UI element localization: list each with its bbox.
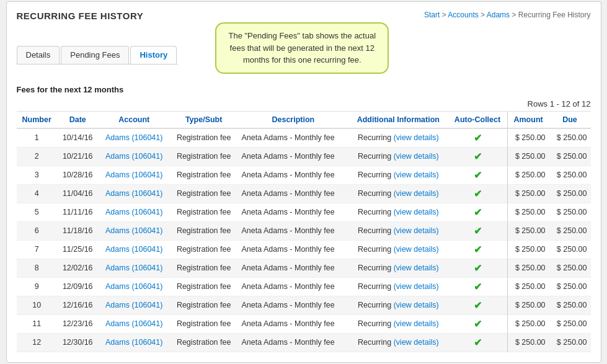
table-row: 6 11/18/16 Adams (106041) Registration f… (17, 221, 591, 240)
cell-type: Registration fee (170, 147, 238, 166)
cell-account: Adams (106041) (99, 296, 170, 314)
table-row: 5 11/11/16 Adams (106041) Registration f… (17, 203, 591, 221)
cell-additional: Recurring (view details) (348, 277, 448, 296)
cell-description: Aneta Adams - Monthly fee (238, 259, 349, 277)
table-row: 4 11/04/16 Adams (106041) Registration f… (17, 184, 591, 203)
cell-date: 12/23/16 (57, 314, 99, 333)
account-link[interactable]: Adams (106041) (105, 319, 162, 328)
cell-description: Aneta Adams - Monthly fee (238, 184, 349, 203)
view-details-link[interactable]: (view details) (394, 282, 439, 291)
cell-due: $ 250.00 (549, 147, 591, 166)
checkmark-icon: ✔ (474, 300, 482, 311)
cell-type: Registration fee (170, 166, 238, 184)
checkmark-icon: ✔ (474, 207, 482, 218)
cell-description: Aneta Adams - Monthly fee (238, 147, 349, 166)
cell-number: 5 (17, 203, 57, 221)
account-link[interactable]: Adams (106041) (105, 245, 162, 254)
col-header-amount: Amount (507, 111, 549, 128)
account-link[interactable]: Adams (106041) (105, 133, 162, 142)
view-details-link[interactable]: (view details) (394, 152, 439, 161)
account-link[interactable]: Adams (106041) (105, 152, 162, 161)
cell-description: Aneta Adams - Monthly fee (238, 296, 349, 314)
view-details-link[interactable]: (view details) (394, 226, 439, 235)
cell-amount: $ 250.00 (507, 259, 549, 277)
tab-history[interactable]: History (130, 46, 177, 64)
cell-additional: Recurring (view details) (348, 128, 448, 148)
cell-date: 11/25/16 (57, 240, 99, 259)
cell-additional: Recurring (view details) (348, 221, 448, 240)
cell-number: 12 (17, 333, 57, 352)
checkmark-icon: ✔ (474, 133, 482, 143)
cell-type: Registration fee (170, 314, 238, 333)
cell-amount: $ 250.00 (507, 184, 549, 203)
cell-description: Aneta Adams - Monthly fee (238, 128, 349, 148)
cell-amount: $ 250.00 (507, 314, 549, 333)
cell-amount: $ 250.00 (507, 221, 549, 240)
cell-due: $ 250.00 (549, 333, 591, 352)
tooltip-text: The "Pending Fees" tab shows the actual … (228, 31, 376, 64)
cell-date: 11/04/16 (57, 184, 99, 203)
cell-due: $ 250.00 (549, 259, 591, 277)
view-details-link[interactable]: (view details) (394, 264, 439, 272)
cell-date: 11/11/16 (57, 203, 99, 221)
breadcrumb-adams[interactable]: Adams (487, 11, 510, 19)
account-link[interactable]: Adams (106041) (105, 338, 162, 347)
account-link[interactable]: Adams (106041) (105, 189, 162, 198)
view-details-link[interactable]: (view details) (394, 338, 439, 347)
account-link[interactable]: Adams (106041) (105, 226, 162, 235)
view-details-link[interactable]: (view details) (394, 208, 439, 216)
cell-due: $ 250.00 (549, 128, 591, 148)
breadcrumb-accounts[interactable]: Accounts (448, 11, 478, 19)
table-row: 11 12/23/16 Adams (106041) Registration … (17, 314, 591, 333)
cell-description: Aneta Adams - Monthly fee (238, 277, 349, 296)
account-link[interactable]: Adams (106041) (105, 264, 162, 272)
page-header: RECURRING FEE HISTORY Start > Accounts >… (17, 11, 591, 21)
cell-type: Registration fee (170, 203, 238, 221)
cell-date: 10/14/16 (57, 128, 99, 148)
view-details-link[interactable]: (view details) (394, 319, 439, 328)
checkmark-icon: ✔ (474, 170, 482, 180)
view-details-link[interactable]: (view details) (394, 301, 439, 309)
cell-date: 12/09/16 (57, 277, 99, 296)
cell-due: $ 250.00 (549, 314, 591, 333)
cell-number: 7 (17, 240, 57, 259)
view-details-link[interactable]: (view details) (394, 171, 439, 179)
view-details-link[interactable]: (view details) (394, 245, 439, 254)
cell-number: 1 (17, 128, 57, 148)
tabs: Details Pending Fees History (17, 46, 179, 64)
account-link[interactable]: Adams (106041) (105, 171, 162, 179)
cell-additional: Recurring (view details) (348, 259, 448, 277)
breadcrumb-start[interactable]: Start (424, 11, 440, 19)
cell-date: 10/21/16 (57, 147, 99, 166)
table-row: 1 10/14/16 Adams (106041) Registration f… (17, 128, 591, 148)
cell-number: 10 (17, 296, 57, 314)
tabs-container: Details Pending Fees History (17, 27, 179, 64)
cell-additional: Recurring (view details) (348, 240, 448, 259)
tab-details[interactable]: Details (17, 46, 60, 64)
table-row: 2 10/21/16 Adams (106041) Registration f… (17, 147, 591, 166)
tooltip-box: The "Pending Fees" tab shows the actual … (215, 22, 389, 74)
col-header-number: Number (17, 111, 57, 128)
cell-additional: Recurring (view details) (348, 184, 448, 203)
table-row: 8 12/02/16 Adams (106041) Registration f… (17, 259, 591, 277)
cell-auto-collect: ✔ (448, 128, 507, 148)
checkmark-icon: ✔ (474, 151, 482, 162)
section-title: Fees for the next 12 months (17, 85, 591, 94)
cell-number: 9 (17, 277, 57, 296)
checkmark-icon: ✔ (474, 282, 482, 292)
cell-auto-collect: ✔ (448, 203, 507, 221)
view-details-link[interactable]: (view details) (394, 133, 439, 142)
table-row: 10 12/16/16 Adams (106041) Registration … (17, 296, 591, 314)
cell-date: 11/18/16 (57, 221, 99, 240)
cell-date: 12/16/16 (57, 296, 99, 314)
cell-description: Aneta Adams - Monthly fee (238, 166, 349, 184)
account-link[interactable]: Adams (106041) (105, 282, 162, 291)
cell-account: Adams (106041) (99, 184, 170, 203)
cell-account: Adams (106041) (99, 277, 170, 296)
tab-pending-fees[interactable]: Pending Fees (61, 46, 129, 64)
cell-auto-collect: ✔ (448, 147, 507, 166)
account-link[interactable]: Adams (106041) (105, 208, 162, 216)
cell-auto-collect: ✔ (448, 221, 507, 240)
account-link[interactable]: Adams (106041) (105, 301, 162, 309)
view-details-link[interactable]: (view details) (394, 189, 439, 198)
